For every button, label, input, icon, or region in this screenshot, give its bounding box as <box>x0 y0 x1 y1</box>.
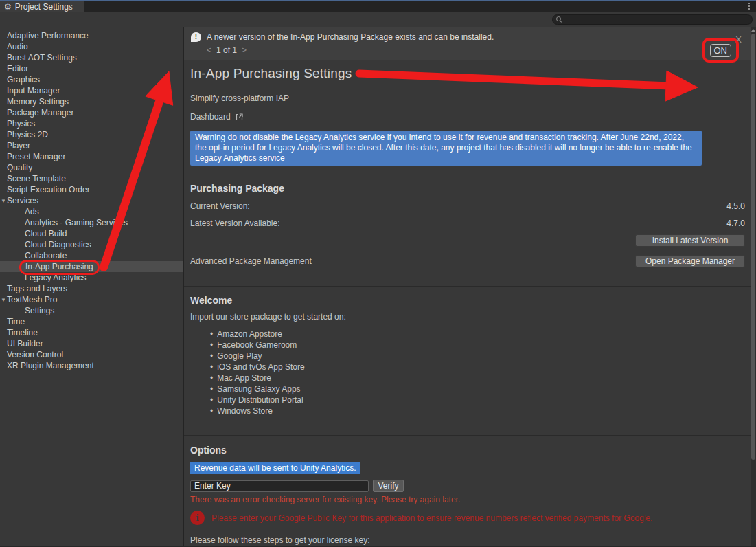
bullet-icon: • <box>210 383 213 394</box>
sidebar-item-label: Cloud Diagnostics <box>25 240 91 249</box>
purchasing-package-section: Purchasing Package Current Version: 4.5.… <box>184 175 751 277</box>
gear-icon: ⚙ <box>4 3 12 11</box>
sidebar-item-quality[interactable]: Quality <box>0 162 183 173</box>
scrollbar-thumb[interactable] <box>751 34 755 460</box>
sidebar-item-label: Burst AOT Settings <box>7 53 77 63</box>
pagination-next-button[interactable]: > <box>242 45 247 55</box>
pagination-prev-button[interactable]: < <box>207 45 211 55</box>
update-notification-banner: ! A newer version of the In-App Purchasi… <box>184 27 751 60</box>
sidebar-item-physics[interactable]: Physics <box>0 118 183 129</box>
pagination-label: 1 of 1 <box>216 45 237 55</box>
sidebar-item-settings[interactable]: Settings <box>0 305 183 316</box>
bullet-icon: • <box>210 328 213 339</box>
sidebar-item-label: Physics <box>7 119 35 129</box>
google-key-input[interactable] <box>190 480 369 492</box>
server-error-text: There was an error checking server for e… <box>190 495 745 504</box>
store-list-item: •Google Play <box>210 350 745 361</box>
current-version-label: Current Version: <box>190 201 250 211</box>
sidebar-item-label: Services <box>7 196 38 205</box>
sidebar-item-cloud-build[interactable]: Cloud Build <box>0 228 183 239</box>
sidebar-item-label: Timeline <box>7 328 38 337</box>
vertical-scrollbar[interactable] <box>751 27 756 546</box>
settings-panel: ! A newer version of the In-App Purchasi… <box>184 27 751 546</box>
sidebar-item-package-manager[interactable]: Package Manager <box>0 107 183 118</box>
window-focus-accent <box>0 0 756 1</box>
sidebar-item-label: Time <box>7 317 25 326</box>
search-box[interactable] <box>552 14 753 25</box>
sidebar-item-ads[interactable]: Ads <box>0 206 183 217</box>
tab-project-settings[interactable]: ⚙ Project Settings <box>0 0 84 12</box>
store-name: Windows Store <box>217 405 273 416</box>
tab-title: Project Settings <box>15 2 73 12</box>
advanced-package-management-label: Advanced Package Management <box>190 256 312 266</box>
store-name: Google Play <box>217 350 262 361</box>
store-name: Facebook Gameroom <box>217 339 297 350</box>
sidebar-item-cloud-diagnostics[interactable]: Cloud Diagnostics <box>0 239 183 250</box>
store-list-item: •Mac App Store <box>210 372 745 383</box>
sidebar-item-label: Tags and Layers <box>7 284 67 293</box>
notification-bubble-icon: ! <box>191 32 201 42</box>
sidebar-item-time[interactable]: Time <box>0 316 183 327</box>
store-list-item: •Facebook Gameroom <box>210 339 745 350</box>
sidebar-item-burst-aot-settings[interactable]: Burst AOT Settings <box>0 52 183 63</box>
sidebar-item-audio[interactable]: Audio <box>0 41 183 52</box>
kebab-menu-icon[interactable] <box>748 3 750 10</box>
sidebar-item-scene-template[interactable]: Scene Template <box>0 173 183 184</box>
sidebar-item-label: Scene Template <box>7 174 66 183</box>
verify-button[interactable]: Verify <box>373 480 404 492</box>
sidebar-item-textmesh-pro[interactable]: ▼TextMesh Pro <box>0 294 183 305</box>
search-input[interactable] <box>562 15 752 24</box>
iap-enable-toggle[interactable]: ON <box>710 44 732 57</box>
sidebar-item-input-manager[interactable]: Input Manager <box>0 85 183 96</box>
foldout-arrow-icon[interactable]: ▼ <box>1 196 6 207</box>
sidebar-item-physics-2d[interactable]: Physics 2D <box>0 129 183 140</box>
sidebar-item-editor[interactable]: Editor <box>0 63 183 74</box>
sidebar-item-memory-settings[interactable]: Memory Settings <box>0 96 183 107</box>
sidebar-item-label: Package Manager <box>7 108 73 118</box>
sidebar-item-analytics-gaming-services[interactable]: Analytics - Gaming Services <box>0 217 183 228</box>
sidebar-item-tags-and-layers[interactable]: Tags and Layers <box>0 283 183 294</box>
dashboard-link[interactable]: Dashboard <box>190 112 751 122</box>
legacy-analytics-warning: Warning do not disable the Legacy Analyt… <box>190 131 702 166</box>
current-version-value: 4.5.0 <box>726 201 745 211</box>
bullet-icon: • <box>210 339 213 350</box>
store-list-item: •Amazon Appstore <box>210 328 745 339</box>
install-latest-version-button[interactable]: Install Latest Version <box>635 234 745 247</box>
analytics-note-badge: Revenue data will be sent to Unity Analy… <box>190 462 360 474</box>
sidebar-item-label: In-App Purchasing <box>19 260 100 275</box>
sidebar-item-label: Audio <box>7 42 28 52</box>
open-package-manager-button[interactable]: Open Package Manager <box>635 255 745 267</box>
sidebar-item-label: Editor <box>7 64 28 74</box>
scroll-up-arrow-icon[interactable] <box>751 29 755 32</box>
toolbar <box>0 12 756 27</box>
sidebar-item-in-app-purchasing[interactable]: In-App Purchasing <box>0 261 183 272</box>
bullet-icon: • <box>210 394 213 405</box>
sidebar-item-player[interactable]: Player <box>0 140 183 151</box>
section-heading-options: Options <box>190 445 745 456</box>
sidebar-item-label: Settings <box>25 306 54 315</box>
sidebar-item-adaptive-performance[interactable]: Adaptive Performance <box>0 30 183 41</box>
tab-bar: ⚙ Project Settings <box>0 0 756 12</box>
sidebar-item-preset-manager[interactable]: Preset Manager <box>0 151 183 162</box>
sidebar-item-timeline[interactable]: Timeline <box>0 327 183 338</box>
bullet-icon: • <box>210 405 213 416</box>
sidebar-item-xr-plugin-management[interactable]: XR Plugin Management <box>0 360 183 371</box>
foldout-arrow-icon[interactable]: ▼ <box>1 295 6 306</box>
sidebar-item-label: Physics 2D <box>7 130 48 139</box>
page-subtitle: Simplify cross-platform IAP <box>190 93 751 103</box>
bullet-icon: • <box>210 350 213 361</box>
store-name: Mac App Store <box>217 372 271 383</box>
sidebar-item-ui-builder[interactable]: UI Builder <box>0 338 183 349</box>
google-key-warning-text: Please enter your Google Public Key for … <box>211 513 652 523</box>
sidebar-item-script-execution-order[interactable]: Script Execution Order <box>0 184 183 195</box>
latest-version-label: Latest Version Available: <box>190 219 280 228</box>
store-list-item: •Windows Store <box>210 405 745 416</box>
sidebar-item-label: Cloud Build <box>25 229 67 238</box>
sidebar-item-services[interactable]: ▼Services <box>0 195 183 206</box>
sidebar-item-version-control[interactable]: Version Control <box>0 349 183 360</box>
sidebar-item-label: Ads <box>25 207 39 216</box>
info-icon: i <box>190 511 205 525</box>
sidebar-item-graphics[interactable]: Graphics <box>0 74 183 85</box>
welcome-section: Welcome Import our store package to get … <box>184 287 751 426</box>
store-list-item: •iOS and tvOs App Store <box>210 361 745 372</box>
